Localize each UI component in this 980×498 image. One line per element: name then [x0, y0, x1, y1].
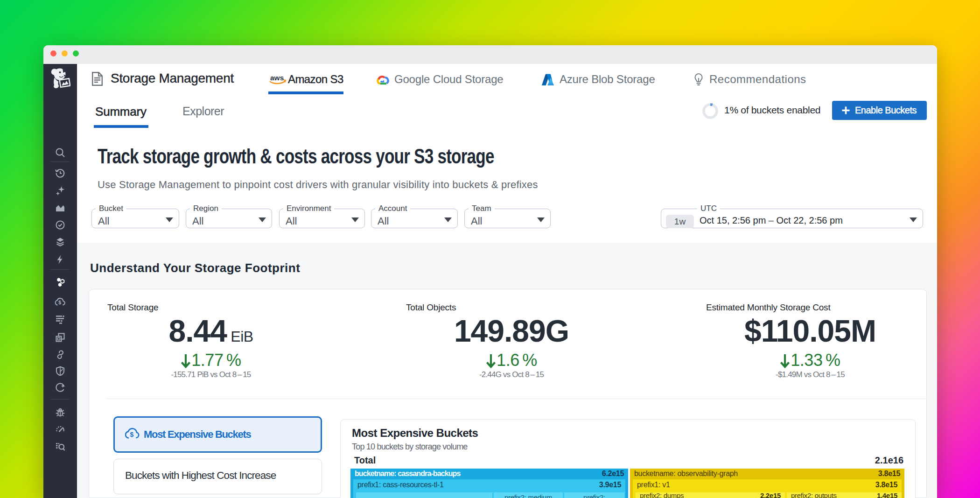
svg-text:aws: aws	[270, 74, 284, 82]
svg-text:$: $	[130, 431, 134, 438]
svg-text:$: $	[58, 300, 61, 305]
